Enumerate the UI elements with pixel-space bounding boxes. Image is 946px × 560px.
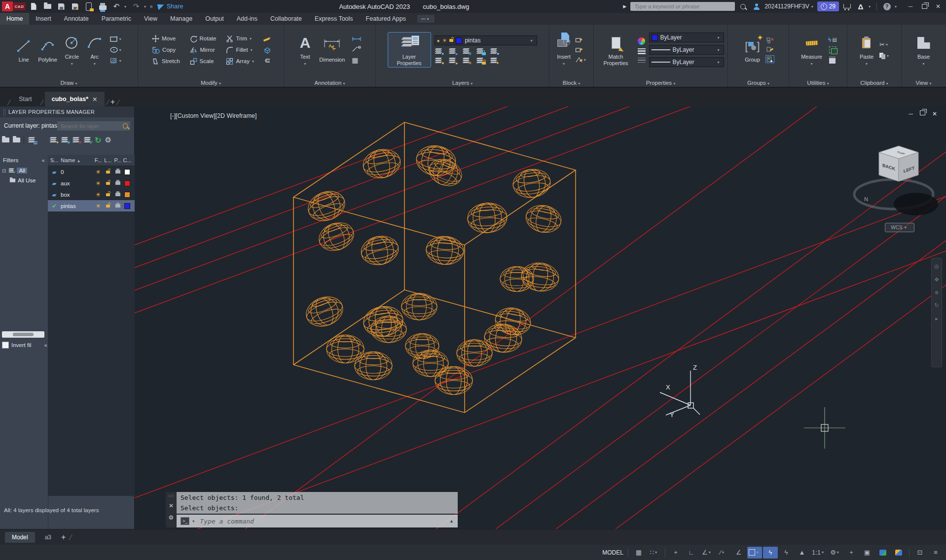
tree-expander-icon[interactable]: ⊟	[2, 168, 6, 174]
lock-icon[interactable]	[103, 193, 113, 196]
col-status[interactable]: S...	[48, 157, 61, 163]
help-search-input[interactable]	[633, 3, 732, 10]
panel-label-clipboard[interactable]: Clipboard ▾	[847, 80, 901, 86]
search-button[interactable]	[737, 1, 749, 12]
new-layer-button[interactable]: ✦	[49, 137, 57, 143]
ellipse-button[interactable]: ▾	[109, 47, 123, 53]
viewport-restore-icon[interactable]	[920, 110, 925, 115]
annotation-scale-button[interactable]: 1:1▾	[810, 547, 827, 559]
tab-insert[interactable]: Insert	[29, 13, 57, 25]
command-customize-icon[interactable]: ⚙	[169, 514, 174, 521]
layer-freeze-button[interactable]: ❄	[462, 48, 470, 55]
username[interactable]: 20241129FHF3V	[764, 3, 809, 10]
isolate-objects-button[interactable]: ▣	[860, 547, 874, 559]
layer-row-aux[interactable]: ▰ aux ☀	[48, 177, 135, 189]
layer-properties-button[interactable]: Layer Properties	[388, 33, 431, 67]
lineweight-icon[interactable]	[638, 48, 646, 54]
command-expand-icon[interactable]: ▲	[449, 519, 454, 524]
ortho-mode-button[interactable]: ∟	[684, 547, 699, 559]
filter-all[interactable]: ⊟ ✔ All	[0, 166, 48, 175]
insert-button[interactable]: Insert▾	[555, 33, 573, 67]
new-group-filter-icon[interactable]	[13, 138, 20, 142]
panel-label-draw[interactable]: Draw ▾	[0, 80, 138, 86]
polyline-button[interactable]: Polyline	[36, 35, 59, 64]
tab-addins[interactable]: Add-ins	[230, 13, 264, 25]
annotation-visibility-button[interactable]: ϟ	[763, 547, 778, 559]
trim-button[interactable]: Trim▾	[224, 35, 257, 43]
tab-output[interactable]: Output	[199, 13, 230, 25]
isodraft-button[interactable]: ∠	[731, 547, 746, 559]
panel-label-block[interactable]: Block ▾	[549, 80, 593, 86]
panel-label-properties[interactable]: Properties ▾	[594, 80, 728, 86]
tab-home[interactable]: Home	[0, 13, 29, 25]
annotation-monitor-button[interactable]: +	[844, 547, 859, 559]
lock-icon[interactable]	[103, 182, 113, 185]
showmotion-icon[interactable]: ▸	[935, 315, 938, 322]
command-input[interactable]	[199, 517, 446, 525]
layer-walk-button[interactable]: ✦	[490, 58, 498, 64]
sphere-pips[interactable]	[302, 143, 564, 395]
tab-parametric[interactable]: Parametric	[95, 13, 138, 25]
redo-dropdown[interactable]: ▾	[144, 4, 148, 9]
open-file-button[interactable]	[41, 1, 53, 12]
lineweight-dropdown[interactable]: ByLayer▾	[649, 45, 724, 55]
layer-isolate-button[interactable]: ▸	[448, 48, 456, 55]
explode-button[interactable]	[262, 47, 271, 54]
polar-tracking-button[interactable]: ∠▾	[700, 547, 715, 559]
autocad-logo-icon[interactable]: A CAD	[2, 1, 26, 11]
plot-icon[interactable]	[113, 181, 123, 185]
object-snap-button[interactable]: ▾	[747, 547, 762, 559]
autodesk-apps-dropdown[interactable]: ▾	[869, 4, 873, 9]
col-plot[interactable]: P...	[113, 157, 123, 163]
match-properties-button[interactable]: Match Properties	[598, 33, 634, 67]
close-button[interactable]: ✕	[932, 1, 944, 12]
color-swatch[interactable]	[123, 180, 132, 186]
group-button[interactable]: [ ] ✦ Group	[743, 35, 762, 64]
text-button[interactable]: A Text▾	[298, 33, 313, 67]
scale-button[interactable]: Scale	[188, 57, 218, 66]
collapse-panel-icon[interactable]: «	[44, 342, 47, 348]
linetype-dropdown[interactable]: ByLayer▾	[649, 57, 724, 67]
file-tab-document[interactable]: cubo_bolas* ✕	[45, 92, 105, 106]
new-tab-button[interactable]: +	[110, 98, 115, 106]
orbit-icon[interactable]: ↻	[934, 302, 939, 309]
model-view[interactable]: Z X Y N BACK LEFT TOP	[135, 106, 946, 529]
rotate-button[interactable]: Rotate	[188, 35, 218, 43]
file-tab-start[interactable]: Start	[12, 92, 38, 106]
minimize-button[interactable]: ─	[905, 1, 916, 12]
line-button[interactable]: Line	[14, 35, 33, 64]
save-button[interactable]	[55, 1, 67, 12]
paste-button[interactable]: Paste▾	[858, 33, 875, 67]
tab-a3[interactable]: a3	[38, 532, 58, 543]
col-lock[interactable]: L...	[103, 157, 113, 163]
array-button[interactable]: Array▾	[224, 57, 257, 66]
checkbox-icon[interactable]	[2, 342, 9, 349]
layer-search-box[interactable]	[57, 121, 130, 131]
tab-view[interactable]: View	[138, 13, 164, 25]
ungroup-button[interactable]	[766, 37, 774, 43]
lock-icon[interactable]	[103, 205, 113, 208]
layer-match-button[interactable]: ●	[490, 48, 498, 55]
clean-screen-button[interactable]: ⊡	[912, 547, 927, 559]
fillet-button[interactable]: Fillet▾	[224, 46, 257, 54]
redo-button[interactable]: ↷	[130, 1, 142, 12]
delete-layer-button[interactable]: ✕	[72, 137, 80, 143]
move-button[interactable]: Move	[150, 35, 181, 43]
mirror-button[interactable]: Mirror	[188, 46, 218, 54]
table-button[interactable]: ▦	[352, 56, 362, 64]
command-close-icon[interactable]: ✕	[169, 502, 174, 509]
quick-calc-icon[interactable]	[829, 56, 836, 64]
color-swatch[interactable]	[123, 169, 132, 175]
help-button[interactable]: ?	[881, 1, 893, 12]
freeze-sun-icon[interactable]: ☀	[93, 169, 103, 175]
viewport-minimize-icon[interactable]: ─	[909, 110, 913, 117]
tab-model[interactable]: Model	[5, 532, 35, 543]
layer-states-manager-icon[interactable]: ▤	[28, 137, 36, 143]
restore-button[interactable]	[918, 1, 930, 12]
open-from-web-button[interactable]	[83, 1, 95, 12]
circle-button[interactable]: Circle▾	[62, 33, 82, 67]
layer-off-button[interactable]: ●	[435, 48, 442, 55]
qat-customize-dropdown[interactable]: ≡	[150, 4, 154, 9]
offset-button[interactable]	[262, 58, 271, 64]
new-property-filter-icon[interactable]	[2, 138, 9, 142]
